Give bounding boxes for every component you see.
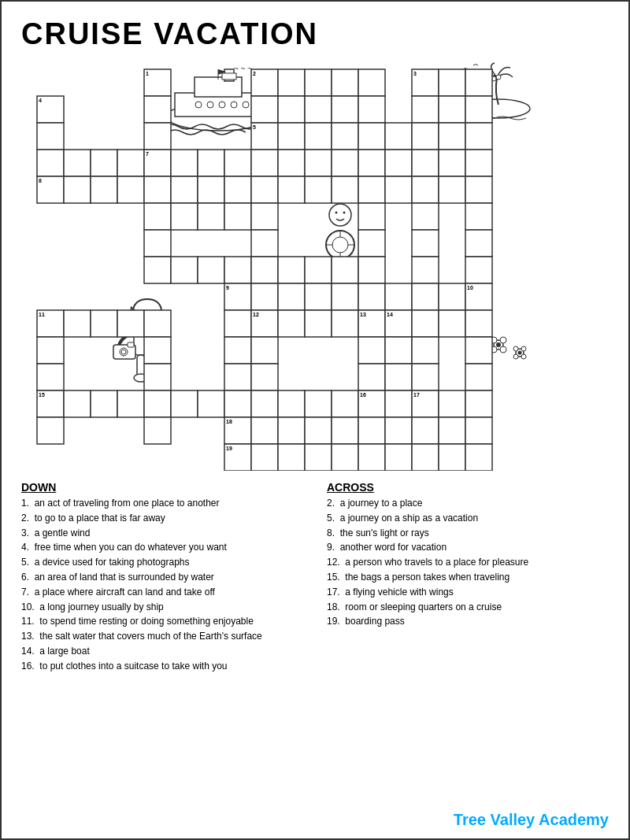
branding-text: Tree Valley Academy	[454, 811, 609, 829]
clue-down-16: 16. to put clothes into a suitcase to ta…	[21, 660, 303, 673]
clue-down-7: 7. a place where aircraft can land and t…	[21, 586, 303, 599]
clue-across-12: 12. a person who travels to a place for …	[327, 556, 609, 569]
clue-across-2: 2. a journey to a place	[327, 497, 609, 510]
clue-down-6: 6. an area of land that is surrounded by…	[21, 571, 303, 584]
clues-down: DOWN 1. an act of traveling from one pla…	[21, 481, 303, 675]
clue-down-10: 10. a long journey usually by ship	[21, 601, 303, 614]
crossword-area: ~ ~ ~	[21, 57, 609, 475]
clue-across-18: 18. room or sleeping quarters on a cruis…	[327, 601, 609, 614]
page-title: CRUISE VACATION	[21, 17, 609, 51]
clue-across-17: 17. a flying vehicle with wings	[327, 586, 609, 599]
clue-across-8: 8. the sun's light or rays	[327, 527, 609, 540]
clue-across-9: 9. another word for vacation	[327, 541, 609, 554]
clue-down-11: 11. to spend time resting or doing somet…	[21, 615, 303, 628]
clue-across-15: 15. the bags a person takes when traveli…	[327, 571, 609, 584]
page: CRUISE VACATION ~ ~ ~	[0, 0, 630, 840]
clue-down-2: 2. to go to a place that is far away	[21, 512, 303, 525]
crossword-grid	[21, 57, 609, 475]
clue-down-5: 5. a device used for taking photographs	[21, 556, 303, 569]
clue-down-1: 1. an act of traveling from one place to…	[21, 497, 303, 510]
clues-section: DOWN 1. an act of traveling from one pla…	[21, 481, 609, 675]
across-title: ACROSS	[327, 481, 609, 494]
clue-down-14: 14. a large boat	[21, 645, 303, 658]
down-title: DOWN	[21, 481, 303, 494]
clues-across: ACROSS 2. a journey to a place 5. a jour…	[327, 481, 609, 675]
clue-down-13: 13. the salt water that covers much of t…	[21, 630, 303, 643]
clue-across-19: 19. boarding pass	[327, 615, 609, 628]
clue-down-3: 3. a gentle wind	[21, 527, 303, 540]
clue-down-4: 4. free time when you can do whatever yo…	[21, 541, 303, 554]
clue-across-5: 5. a journey on a ship as a vacation	[327, 512, 609, 525]
